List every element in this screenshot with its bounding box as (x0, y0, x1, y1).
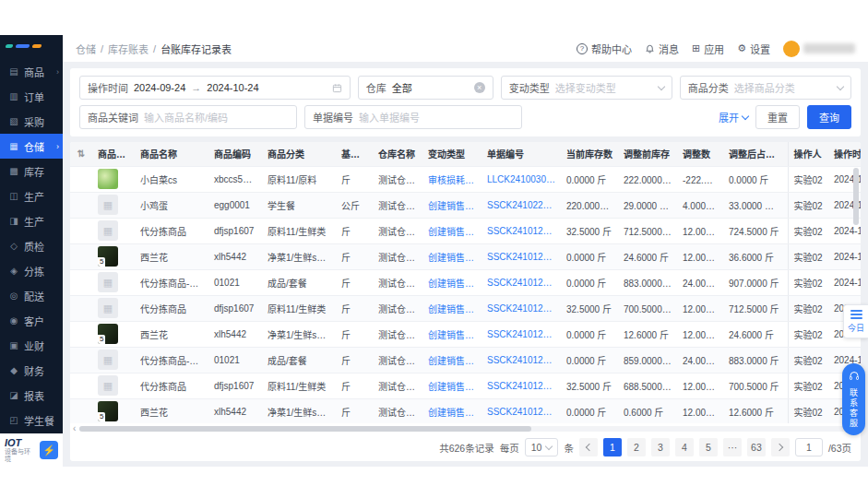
cell-current: 220.0000 公斤 (561, 192, 618, 218)
page-jump-input[interactable]: 1 (795, 438, 823, 456)
page-button[interactable]: 5 (699, 438, 718, 456)
filter-warehouse-select[interactable]: 仓库 全部 (358, 76, 493, 100)
cell-doc_no[interactable]: SSCK24101200002 (482, 347, 561, 373)
table-row[interactable]: ▦代分拣商品-单位换算01021成品/套餐斤测试仓库5创建销售出库SSCK241… (70, 269, 861, 295)
cell-change_type[interactable]: 创建销售出库 (422, 269, 482, 295)
reset-button[interactable]: 重置 (755, 105, 800, 129)
filter-change-type-select[interactable]: 变动类型 选择变动类型 (501, 76, 672, 100)
sidebar-item-reports[interactable]: ◪报表 (0, 383, 63, 408)
sidebar-item-orders[interactable]: ▥订单 (0, 84, 63, 109)
page-size-select[interactable]: 10 (525, 438, 559, 456)
page-button[interactable]: 63 (747, 438, 766, 456)
clear-icon[interactable] (474, 82, 485, 93)
sidebar-item-business-finance[interactable]: ▣业财 (0, 333, 63, 358)
filter-date-range[interactable]: 操作时间 2024-09-24 → 2024-10-24 (79, 76, 351, 100)
cell-category: 净菜1/生鲜shu菜类 (262, 398, 336, 423)
cell-change_type[interactable]: 创建销售出库 (422, 347, 482, 373)
sidebar-item-quality[interactable]: ◇质检 (0, 233, 63, 258)
float-quick-panel[interactable]: 今日 (843, 304, 868, 338)
table-row[interactable]: ▦代分拣商品dfjsp1607原料11/生鲜类斤测试仓库5创建销售出库SSCK2… (70, 295, 861, 321)
horizontal-scrollbar[interactable] (79, 426, 858, 432)
table-row[interactable]: 小白菜csxbccs5669原料11/原料斤测试仓库5审核损耗出库LLCK241… (70, 166, 861, 192)
search-button[interactable]: 查询 (807, 105, 851, 129)
cell-before: 222.0000 斤 (618, 166, 677, 192)
messages-button[interactable]: 消息 (645, 42, 679, 56)
page-button[interactable]: 3 (651, 438, 670, 456)
iot-device-icon[interactable]: ⚡ (40, 441, 58, 459)
breadcrumb-item[interactable]: 库存账表 (108, 42, 149, 56)
expand-toggle[interactable]: 展开 (719, 110, 748, 125)
help-center-button[interactable]: ? 帮助中心 (577, 42, 632, 56)
scroll-left-arrow[interactable]: ‹ (73, 424, 76, 433)
table-row[interactable]: ▦代分拣商品dfjsp1607原料11/生鲜类斤测试仓库5创建销售出库SSCK2… (70, 218, 861, 243)
table-row[interactable]: 5西兰花xlh5442净菜1/生鲜shu菜类斤测试仓库5创建销售出库SSCK24… (70, 243, 861, 269)
cell-doc_no[interactable]: SSCK24101200003 (482, 269, 561, 295)
chevron-right-icon: › (56, 142, 59, 151)
table-row[interactable]: 5西兰花xlh5442净菜1/生鲜shu菜类斤测试仓库5创建销售出库SSCK24… (70, 321, 861, 347)
cell-change_type[interactable]: 审核损耗出库 (422, 166, 482, 192)
cell-name: 西兰花 (135, 321, 208, 347)
page-button[interactable]: 2 (627, 438, 646, 456)
cell-change_type[interactable]: 创建销售出库 (422, 295, 482, 321)
sidebar-item-student-meal[interactable]: ◰学生餐 (0, 408, 63, 433)
breadcrumb: 仓储/库存账表/台账库存记录表 (76, 42, 232, 56)
cell-after: 724.5000 斤 (723, 218, 788, 243)
sidebar-item-goods[interactable]: ▤商品› (0, 59, 63, 84)
cell-change_type[interactable]: 创建销售出库 (422, 192, 482, 218)
cell-change_type[interactable]: 创建销售出库 (422, 243, 482, 269)
cell-doc_no[interactable]: SSCK24102200001 (482, 192, 561, 218)
cell-current: 0.0000 斤 (561, 243, 618, 269)
sidebar-item-label: 生产 (24, 214, 44, 229)
breadcrumb-item[interactable]: 仓储 (76, 42, 96, 56)
sidebar-item-sorting[interactable]: ◈分拣 (0, 258, 63, 283)
inventory-icon: ▩ (8, 166, 19, 176)
filter-category-select[interactable]: 商品分类 选择商品分类 (680, 76, 851, 100)
cell-doc_no[interactable]: SSCK24101200002 (482, 321, 561, 347)
sidebar-item-warehouse[interactable]: ▦仓储› (0, 134, 63, 159)
cell-doc_no[interactable]: SSCK24101200001 (482, 398, 561, 423)
table-row[interactable]: 5西兰花xlh5442净菜1/生鲜shu菜类斤测试仓库5创建销售出库SSCK24… (70, 398, 861, 423)
table-row[interactable]: ▦小鸡蛋egg0001学生餐公斤测试仓库5创建销售出库SSCK241022000… (70, 192, 861, 218)
sidebar-item-inventory[interactable]: ▩库存 (0, 159, 63, 184)
sidebar-item-delivery[interactable]: ◎配送 (0, 283, 63, 308)
cell-adjust: 12.0000 斤 (677, 243, 723, 269)
cell-name: 代分拣商品-单位换算 (135, 347, 208, 373)
cell-doc_no[interactable]: LLCK24100300001 (482, 166, 561, 192)
user-menu[interactable] (783, 41, 855, 57)
prev-page-button[interactable] (579, 438, 598, 456)
sidebar-item-production2[interactable]: ◨生产 (0, 208, 63, 233)
contact-service-button[interactable]: 联系客服 (842, 363, 865, 435)
vertical-scrollbar-thumb[interactable] (853, 168, 859, 225)
cell-change_type[interactable]: 创建销售出库 (422, 373, 482, 398)
next-page-button[interactable] (771, 438, 790, 456)
cell-doc_no[interactable]: SSCK24101200004 (482, 218, 561, 243)
cell-doc_no[interactable]: SSCK24101200003 (482, 295, 561, 321)
filter-doc-no-input[interactable]: 单据编号 输入单据编号 (304, 105, 522, 129)
sidebar-item-finance[interactable]: ◆财务 (0, 358, 63, 383)
cell-change_type[interactable]: 创建销售出库 (422, 218, 482, 243)
apps-button[interactable]: ⊞ 应用 (692, 42, 724, 56)
table-sort-header[interactable]: ⇅ (70, 142, 92, 166)
cell-name: 代分拣商品-单位换算 (135, 269, 208, 295)
filter-keyword-input[interactable]: 商品关键词 输入商品名称/编码 (79, 105, 297, 129)
table-row[interactable]: ▦代分拣商品dfjsp1607原料11/生鲜类斤测试仓库5创建销售出库SSCK2… (70, 373, 861, 398)
sidebar-item-production[interactable]: ◫生产 (0, 184, 63, 208)
page-button[interactable]: 4 (675, 438, 694, 456)
cell-change_type[interactable]: 创建销售出库 (422, 321, 482, 347)
row-select-cell (70, 398, 92, 423)
settings-button[interactable]: ⚙ 设置 (737, 42, 770, 56)
sidebar-item-customers[interactable]: ◉客户 (0, 308, 63, 333)
page-button[interactable]: 1 (603, 438, 622, 456)
horizontal-scrollbar-thumb[interactable] (79, 426, 530, 432)
cell-doc_no[interactable]: SSCK24101200002 (482, 373, 561, 398)
cell-before: 0.6000 斤 (618, 398, 677, 423)
cell-doc_no[interactable]: SSCK24101200003 (482, 243, 561, 269)
table-row[interactable]: ▦代分拣商品-单位换算01021成品/套餐斤测试仓库5创建销售出库SSCK241… (70, 347, 861, 373)
page-list: 12345···63 (603, 438, 766, 456)
sidebar-item-purchase[interactable]: ▧采购 (0, 109, 63, 134)
page-ellipsis[interactable]: ··· (723, 438, 742, 456)
apps-grid-icon: ⊞ (692, 42, 700, 54)
horizontal-scroll-row: ‹ (70, 423, 861, 433)
cell-product-image: 5 (92, 243, 135, 269)
cell-change_type[interactable]: 创建销售出库 (422, 398, 482, 423)
